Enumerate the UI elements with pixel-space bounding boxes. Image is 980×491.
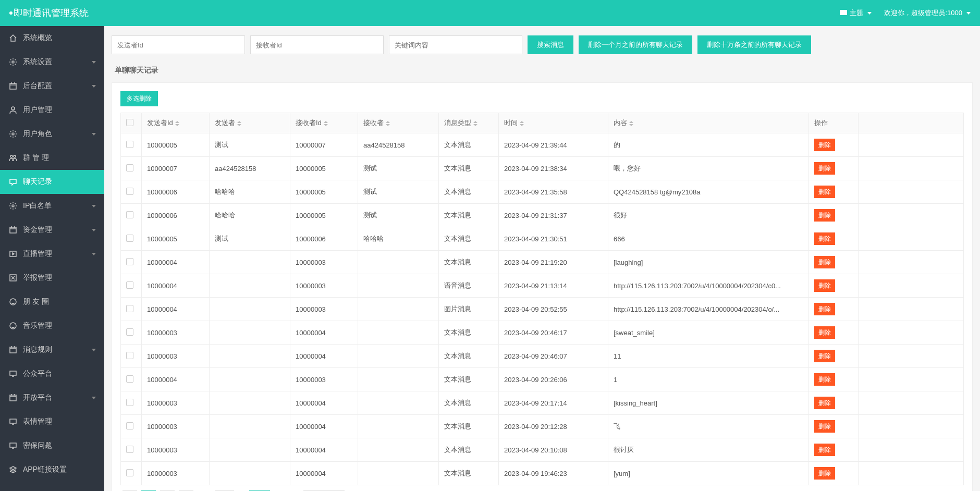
row-checkbox[interactable] [126,446,133,453]
sidebar-item-label: APP链接设置 [23,465,67,474]
sidebar-item-14[interactable]: 公众平台 [0,362,104,386]
keyword-input[interactable] [389,35,522,54]
sidebar-item-13[interactable]: 消息规则 [0,338,104,362]
row-checkbox[interactable] [126,469,133,476]
sidebar-item-label: 消息规则 [23,345,52,354]
home-icon [8,34,18,42]
cell-receiver-id: 10000003 [290,251,358,274]
cell-receiver-id: 10000004 [290,462,358,485]
delete-row-button[interactable]: 删除 [814,279,835,292]
row-checkbox[interactable] [126,164,133,171]
delete-row-button[interactable]: 删除 [814,162,835,175]
cell-msg-type: 文本消息 [439,438,499,462]
col-sender[interactable]: 发送者 [210,113,290,133]
delete-row-button[interactable]: 删除 [814,256,835,268]
row-checkbox[interactable] [126,235,133,242]
sidebar-item-7[interactable]: IP白名单 [0,194,104,218]
cell-receiver [358,415,439,438]
sidebar-item-17[interactable]: 密保问题 [0,434,104,458]
row-checkbox[interactable] [126,328,133,336]
sidebar-item-0[interactable]: 系统概览 [0,26,104,50]
table-row: 10000005测试10000006哈哈哈文本消息2023-04-09 21:3… [121,227,964,251]
col-sender-id[interactable]: 发送者Id [142,113,210,133]
delete-row-button[interactable]: 删除 [814,350,835,362]
sidebar-item-label: 系统设置 [23,57,52,67]
sidebar-item-18[interactable]: APP链接设置 [0,458,104,482]
cell-receiver [358,274,439,298]
row-checkbox[interactable] [126,352,133,359]
delete-month-button[interactable]: 删除一个月之前的所有聊天记录 [579,35,692,54]
col-receiver[interactable]: 接收者 [358,113,439,133]
sidebar-item-label: 聊天记录 [23,177,52,187]
sidebar-item-3[interactable]: 用户管理 [0,98,104,122]
delete-row-button[interactable]: 删除 [814,209,835,222]
delete-row-button[interactable]: 删除 [814,232,835,245]
cell-sender-id: 10000003 [142,438,210,462]
sidebar-item-11[interactable]: 朋 友 圈 [0,290,104,314]
sidebar-item-1[interactable]: 系统设置 [0,50,104,74]
sidebar-item-16[interactable]: 表情管理 [0,410,104,434]
theme-dropdown[interactable]: 主题 [839,8,872,18]
select-all-checkbox[interactable] [126,119,133,126]
cell-receiver-id: 10000003 [290,298,358,321]
delete-row-button[interactable]: 删除 [814,420,835,433]
sidebar-item-15[interactable]: 开放平台 [0,386,104,410]
cell-sender-id: 10000003 [142,321,210,345]
search-button[interactable]: 搜索消息 [528,35,573,54]
delete-row-button[interactable]: 删除 [814,397,835,409]
cell-content: 很好 [608,204,809,227]
cell-msg-type: 文本消息 [439,345,499,368]
row-checkbox[interactable] [126,305,133,312]
col-receiver-id[interactable]: 接收者Id [290,113,358,133]
sidebar-item-10[interactable]: 举报管理 [0,266,104,290]
sidebar-item-4[interactable]: 用户角色 [0,122,104,146]
cell-content: 11 [608,345,809,368]
cell-msg-type: 文本消息 [439,415,499,438]
cell-receiver [358,345,439,368]
sender-id-input[interactable] [112,35,245,54]
delete-row-button[interactable]: 删除 [814,186,835,198]
cell-sender [210,415,290,438]
delete-row-button[interactable]: 删除 [814,326,835,339]
col-msg-type[interactable]: 消息类型 [439,113,499,133]
table-row: 1000000310000004文本消息2023-04-09 20:10:08很… [121,438,964,462]
delete-row-button[interactable]: 删除 [814,444,835,456]
sidebar-item-6[interactable]: 聊天记录 [0,170,104,194]
cell-receiver-id: 10000003 [290,274,358,298]
sidebar-item-label: 公众平台 [23,369,52,378]
row-checkbox[interactable] [126,281,133,289]
row-checkbox[interactable] [126,375,133,383]
row-checkbox[interactable] [126,188,133,195]
delete-row-button[interactable]: 删除 [814,139,835,151]
delete-100k-button[interactable]: 删除十万条之前的所有聊天记录 [697,35,811,54]
row-checkbox[interactable] [126,422,133,429]
row-checkbox[interactable] [126,258,133,265]
sidebar-item-label: 密保问题 [23,441,52,450]
sidebar-item-label: 表情管理 [23,417,52,426]
delete-row-button[interactable]: 删除 [814,373,835,386]
col-time[interactable]: 时间 [499,113,608,133]
receiver-id-input[interactable] [250,35,384,54]
main-content: 搜索消息 删除一个月之前的所有聊天记录 删除十万条之前的所有聊天记录 单聊聊天记… [104,26,980,491]
sidebar-item-label: 系统概览 [23,33,52,43]
delete-row-button[interactable]: 删除 [814,467,835,480]
row-checkbox[interactable] [126,141,133,148]
sort-icon [175,121,179,126]
sidebar-item-8[interactable]: 资金管理 [0,218,104,242]
cell-receiver-id: 10000004 [290,438,358,462]
calendar-icon [8,82,18,90]
sidebar-item-5[interactable]: 群 管 理 [0,146,104,170]
row-checkbox[interactable] [126,211,133,218]
chat-icon [839,9,848,17]
multi-delete-button[interactable]: 多选删除 [120,91,158,106]
sidebar-item-9[interactable]: 直播管理 [0,242,104,266]
col-content[interactable]: 内容 [608,113,809,133]
row-checkbox[interactable] [126,399,133,406]
cell-content: [laughing] [608,251,809,274]
layers-icon [8,465,18,474]
sidebar-item-2[interactable]: 后台配置 [0,74,104,98]
delete-row-button[interactable]: 删除 [814,303,835,315]
sidebar-item-12[interactable]: 音乐管理 [0,314,104,338]
user-menu[interactable]: 欢迎你，超级管理员:1000 [884,8,971,18]
cell-time: 2023-04-09 20:46:17 [499,321,608,345]
